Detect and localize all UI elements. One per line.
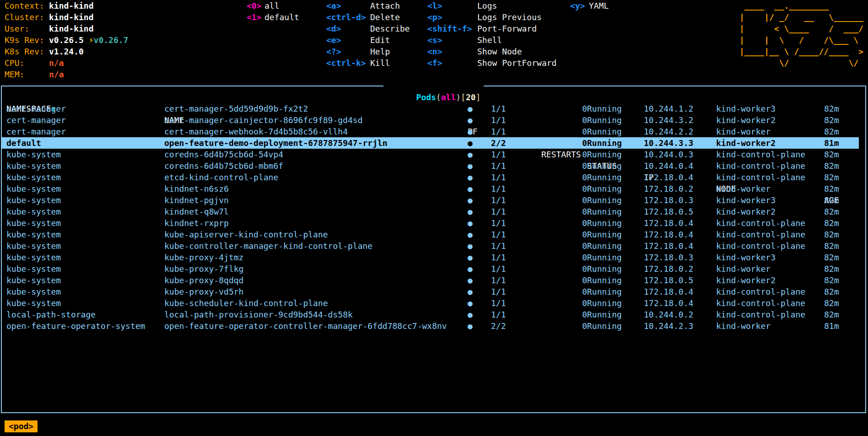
port-forward-dot-icon: ●: [468, 126, 473, 137]
table-row[interactable]: kube-systemkindnet-q8w7l●1/10Running172.…: [1, 206, 859, 217]
cell-restarts: 0: [541, 206, 587, 217]
cell-status: Running: [587, 114, 622, 126]
cell-name: cert-manager-webhook-7d4b5b8c56-vllh4: [164, 126, 348, 137]
cell-node: kind-control-plane: [716, 229, 805, 240]
cell-age: 82m: [824, 183, 839, 194]
cell-restarts: 0: [541, 229, 587, 240]
cell-age: 82m: [824, 126, 839, 137]
cell-ip: 172.18.0.3: [644, 194, 693, 206]
table-row[interactable]: kube-systemkube-proxy-4jtmz●1/10Running1…: [1, 252, 859, 263]
table-row[interactable]: kube-systemkube-proxy-vd5rh●1/10Running1…: [1, 286, 859, 297]
cell-age: 82m: [824, 275, 839, 286]
cell-ready: 1/1: [491, 263, 506, 275]
action-hotkey: <p>Logs Previous: [0, 11, 868, 23]
cell-name: kube-proxy-vd5rh: [164, 286, 243, 297]
cell-node: kind-control-plane: [716, 217, 805, 229]
cell-node: kind-control-plane: [716, 297, 805, 309]
cell-ip: 172.18.0.4: [644, 217, 693, 229]
cell-node: kind-control-plane: [716, 309, 805, 320]
hotkey-label: Show Node: [477, 46, 522, 57]
cell-ip: 172.18.0.4: [644, 172, 693, 183]
port-forward-dot-icon: ●: [468, 149, 473, 160]
cell-namespace: local-path-storage: [6, 309, 96, 320]
cell-node: kind-control-plane: [716, 149, 805, 160]
cell-name: kube-scheduler-kind-control-plane: [164, 297, 328, 309]
cell-status: Running: [587, 172, 622, 183]
cell-namespace: kube-system: [6, 240, 61, 252]
table-rows: cert-managercert-manager-5dd59d9d9b-fx2t…: [1, 103, 862, 332]
table-row[interactable]: cert-managercert-manager-cainjector-8696…: [1, 114, 859, 126]
cell-ready: 1/1: [491, 160, 506, 172]
action-hotkey: <s>Shell: [0, 34, 868, 46]
cell-restarts: 0: [541, 114, 587, 126]
cell-ip: 172.18.0.4: [644, 297, 693, 309]
cell-namespace: kube-system: [6, 217, 61, 229]
cell-namespace: kube-system: [6, 286, 61, 297]
cell-namespace: cert-manager: [6, 114, 66, 126]
cell-ready: 1/1: [491, 252, 506, 263]
table-row[interactable]: kube-systemkindnet-pgjvn●1/10Running172.…: [1, 194, 859, 206]
table-row[interactable]: kube-systemkube-apiserver-kind-control-p…: [1, 229, 859, 240]
cell-ready: 1/1: [491, 309, 506, 320]
port-forward-dot-icon: ●: [468, 172, 473, 183]
hotkey-label: Shell: [477, 34, 502, 46]
cluster-info-label: MEM:: [5, 69, 24, 80]
table-row[interactable]: open-feature-operator-systemopen-feature…: [1, 320, 859, 332]
table-row[interactable]: kube-systemcoredns-6d4b75cb6d-mbm6f●1/10…: [1, 160, 859, 172]
cell-namespace: kube-system: [6, 252, 61, 263]
cluster-info-row: MEM:n/a: [5, 69, 243, 80]
port-forward-dot-icon: ●: [468, 137, 473, 149]
cell-node: kind-worker: [716, 183, 771, 194]
cell-ready: 2/2: [491, 137, 506, 149]
cell-namespace: kube-system: [6, 149, 61, 160]
table-row[interactable]: kube-systemkindnet-rxprp●1/10Running172.…: [1, 217, 859, 229]
cell-restarts: 0: [541, 183, 587, 194]
table-title: Pods(all)[20]: [383, 80, 484, 92]
cell-restarts: 0: [541, 194, 587, 206]
cell-ready: 1/1: [491, 275, 506, 286]
resource-crumb-badge: <pod>: [5, 420, 38, 432]
cell-age: 82m: [824, 194, 839, 206]
cell-status: Running: [587, 103, 622, 114]
cell-age: 82m: [824, 160, 839, 172]
k9s-logo-line: | |/ _/ __ \______: [739, 11, 863, 23]
cell-node: kind-worker2: [716, 206, 776, 217]
table-row[interactable]: cert-managercert-manager-5dd59d9d9b-fx2t…: [1, 103, 859, 114]
table-row[interactable]: kube-systemcoredns-6d4b75cb6d-54vp4●1/10…: [1, 149, 859, 160]
cell-status: Running: [587, 309, 622, 320]
cell-node: kind-worker3: [716, 194, 776, 206]
hotkey-key: <n>: [427, 46, 442, 57]
table-row[interactable]: defaultopen-feature-demo-deployment-6787…: [1, 137, 859, 149]
cell-node: kind-worker: [716, 126, 771, 137]
port-forward-dot-icon: ●: [468, 103, 473, 114]
table-row[interactable]: kube-systemetcd-kind-control-plane●1/10R…: [1, 172, 859, 183]
table-row[interactable]: kube-systemkube-proxy-8qdqd●1/10Running1…: [1, 275, 859, 286]
cell-status: Running: [587, 160, 622, 172]
port-forward-dot-icon: ●: [468, 252, 473, 263]
cell-namespace: kube-system: [6, 172, 61, 183]
cell-status: Running: [587, 206, 622, 217]
table-row[interactable]: kube-systemkube-controller-manager-kind-…: [1, 240, 859, 252]
port-forward-dot-icon: ●: [468, 240, 473, 252]
cell-namespace: kube-system: [6, 194, 61, 206]
hotkey-label: YAML: [589, 0, 609, 11]
cell-namespace: kube-system: [6, 206, 61, 217]
cell-namespace: kube-system: [6, 297, 61, 309]
cell-age: 82m: [824, 309, 839, 320]
cell-status: Running: [587, 263, 622, 275]
table-row[interactable]: kube-systemkindnet-n6sz6●1/10Running172.…: [1, 183, 859, 194]
table-row[interactable]: kube-systemkube-proxy-7flkg●1/10Running1…: [1, 263, 859, 275]
table-row[interactable]: kube-systemkube-scheduler-kind-control-p…: [1, 297, 859, 309]
table-row[interactable]: cert-managercert-manager-webhook-7d4b5b8…: [1, 126, 859, 137]
cell-node: kind-worker: [716, 263, 771, 275]
port-forward-dot-icon: ●: [468, 320, 473, 332]
table-row[interactable]: local-path-storagelocal-path-provisioner…: [1, 309, 859, 320]
cell-ready: 1/1: [491, 217, 506, 229]
cell-namespace: cert-manager: [6, 103, 66, 114]
cell-age: 82m: [824, 229, 839, 240]
cell-age: 82m: [824, 240, 839, 252]
hotkey-key: <s>: [427, 34, 442, 46]
port-forward-dot-icon: ●: [468, 309, 473, 320]
cell-ip: 172.18.0.2: [644, 263, 693, 275]
action-hotkey: <n>Show Node: [0, 46, 868, 57]
